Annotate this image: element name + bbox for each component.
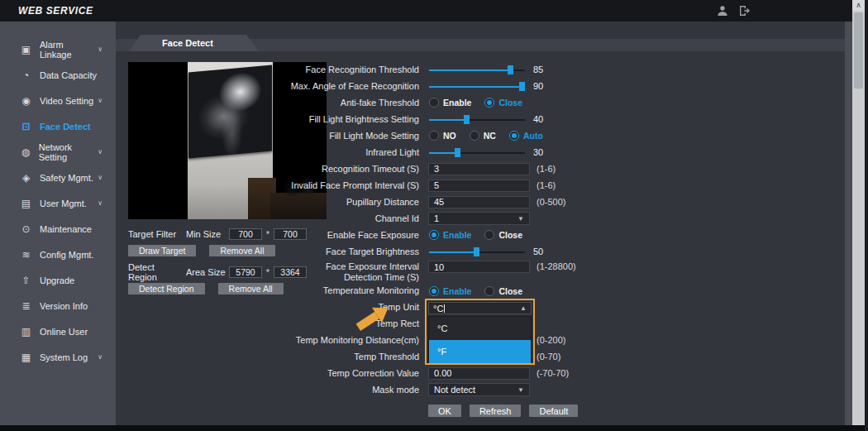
max-angle-slider[interactable]	[429, 82, 525, 91]
sidebar-item-system-log[interactable]: ▦ System Log ∨	[0, 344, 116, 370]
face-exposure-enable-radio[interactable]	[429, 230, 439, 240]
face-detect-icon: ⊡	[20, 121, 32, 132]
field-label: Pupillary Distance	[248, 197, 424, 208]
field-label: Invalid Face Prompt Interval (S)	[248, 180, 424, 191]
config-mgmt-icon: ≋	[20, 249, 32, 261]
draw-target-button[interactable]: Draw Target	[128, 245, 196, 256]
sidebar-item-version-info[interactable]: ≣ Version Info	[0, 293, 116, 318]
field-label: Max. Angle of Face Recognition	[248, 81, 424, 92]
sidebar: ▣ Alarm Linkage ∨ ◔ Data Capacity ◉ Vide…	[0, 22, 116, 425]
field-label: Face Recognition Threshold	[248, 65, 424, 75]
dropdown-arrow-icon: ▼	[517, 215, 524, 223]
field-label: Temp Rect	[248, 318, 424, 329]
sidebar-item-online-user[interactable]: ▥ Online User	[0, 318, 116, 344]
alarm-linkage-icon: ▣	[20, 44, 32, 55]
network-setting-icon: ◍	[20, 146, 31, 158]
field-label: Temp Correction Value	[248, 368, 424, 379]
range-hint: (1-6)	[537, 164, 556, 174]
invalid-face-prompt-interval-input[interactable]	[428, 180, 530, 192]
fill-light-no-radio[interactable]	[429, 131, 439, 141]
text-caret	[444, 304, 445, 313]
vertical-scrollbar[interactable]: ∧	[852, 0, 865, 431]
sidebar-item-maintenance[interactable]: ⊙ Maintenance	[0, 216, 116, 242]
detect-region-button[interactable]: Detect Region	[128, 283, 205, 295]
ok-button[interactable]: OK	[428, 405, 461, 417]
form-row: Face Exposure Interval Detection Time (S…	[248, 260, 645, 283]
system-log-icon: ▦	[20, 352, 32, 363]
temp-unit-highlight-box: °C ▲ °C °F	[425, 299, 535, 365]
sidebar-item-config-mgmt[interactable]: ≋ Config Mgmt.	[0, 242, 116, 267]
form-row: Face Target Brightness 50	[248, 243, 645, 260]
sidebar-item-video-setting[interactable]: ◉ Video Setting ∨	[0, 88, 116, 113]
app-logo: WEB SERVICE	[18, 5, 93, 17]
form-buttons: OK Refresh Default	[248, 405, 645, 417]
temp-unit-select[interactable]: °C ▲	[428, 302, 532, 314]
dropdown-arrow-up-icon: ▲	[520, 304, 527, 312]
default-button[interactable]: Default	[529, 405, 578, 417]
safety-mgmt-icon: ◈	[20, 172, 32, 184]
temp-correction-value-input[interactable]	[428, 367, 530, 380]
chevron-down-icon: ∨	[98, 353, 103, 361]
temp-unit-option-fahrenheit[interactable]: °F	[429, 340, 531, 363]
field-label: Mask mode	[248, 385, 424, 395]
slider-value: 40	[533, 114, 543, 124]
range-hint: (-70-70)	[537, 368, 569, 378]
sidebar-item-user-mgmt[interactable]: ▤ User Mgmt. ∨	[0, 190, 116, 216]
chevron-down-icon: ∨	[98, 199, 103, 207]
face-recognition-threshold-slider[interactable]	[429, 65, 525, 74]
scroll-up-icon[interactable]: ∧	[852, 0, 865, 11]
field-label: Temp Threshold	[248, 352, 424, 362]
field-label: Fill Light Mode Setting	[248, 131, 424, 141]
area-size-label: Area Size	[186, 267, 229, 277]
window-edge	[865, 0, 868, 431]
sidebar-item-face-detect[interactable]: ⊡ Face Detect	[0, 113, 116, 139]
refresh-button[interactable]: Refresh	[470, 405, 522, 417]
anti-fake-close-radio[interactable]	[484, 98, 494, 108]
face-exposure-interval-input[interactable]	[428, 261, 530, 273]
channel-id-select[interactable]: 1 ▼	[428, 212, 530, 225]
recognition-timeout-input[interactable]	[428, 163, 530, 175]
slider-value: 50	[533, 247, 543, 256]
face-target-brightness-slider[interactable]	[429, 247, 525, 256]
logout-icon[interactable]	[737, 4, 751, 17]
target-filter-label: Target Filter	[128, 229, 179, 239]
field-label: Anti-fake Threshold	[248, 98, 424, 108]
face-exposure-close-radio[interactable]	[484, 230, 494, 240]
infrared-light-slider[interactable]	[429, 148, 525, 157]
sidebar-item-alarm-linkage[interactable]: ▣ Alarm Linkage ∨	[0, 36, 116, 62]
mask-mode-select[interactable]: Not detect ▼	[428, 383, 530, 396]
field-label: Channel Id	[248, 213, 424, 224]
temperature-monitoring-close-radio[interactable]	[484, 286, 494, 296]
temperature-monitoring-enable-radio[interactable]	[429, 286, 439, 296]
chevron-down-icon: ∨	[98, 45, 103, 53]
form-row: Anti-fake Threshold Enable Close	[248, 94, 645, 111]
anti-fake-enable-radio[interactable]	[429, 98, 439, 108]
scrollbar-thumb[interactable]	[854, 12, 863, 89]
temp-unit-dropdown-list: °C °F	[428, 316, 532, 363]
fill-light-auto-radio[interactable]	[509, 131, 519, 141]
sidebar-item-safety-mgmt[interactable]: ◈ Safety Mgmt. ∨	[0, 165, 116, 190]
form-row: Temperature Monitoring Enable Close	[248, 283, 645, 299]
online-user-icon: ▥	[20, 326, 32, 338]
fill-light-nc-radio[interactable]	[470, 131, 479, 141]
sidebar-item-upgrade[interactable]: ⇧ Upgrade	[0, 267, 116, 293]
chevron-down-icon: ∨	[98, 148, 103, 156]
fill-light-brightness-slider[interactable]	[429, 115, 525, 124]
form-row: Max. Angle of Face Recognition 90	[248, 78, 645, 94]
chevron-down-icon: ∨	[98, 97, 103, 104]
range-hint: (1-6)	[537, 180, 556, 190]
pupillary-distance-input[interactable]	[428, 196, 530, 208]
sidebar-item-network-setting[interactable]: ◍ Network Setting ∨	[0, 139, 116, 165]
user-mgmt-icon: ▤	[20, 198, 32, 209]
user-icon[interactable]	[716, 4, 729, 17]
range-hint: (0-500)	[537, 197, 565, 207]
form-row: Face Recognition Threshold 85	[248, 61, 645, 78]
range-hint: (1-28800)	[537, 261, 576, 271]
form-row: Temp Correction Value (-70-70)	[248, 365, 645, 381]
temp-unit-value: °C	[433, 304, 443, 314]
temp-unit-option-celsius[interactable]: °C	[429, 317, 531, 340]
field-label: Fill Light Brightness Setting	[248, 114, 424, 125]
field-label: Enable Face Exposure	[248, 230, 424, 241]
range-hint: (0-70)	[537, 352, 560, 362]
sidebar-item-data-capacity[interactable]: ◔ Data Capacity	[0, 62, 116, 88]
